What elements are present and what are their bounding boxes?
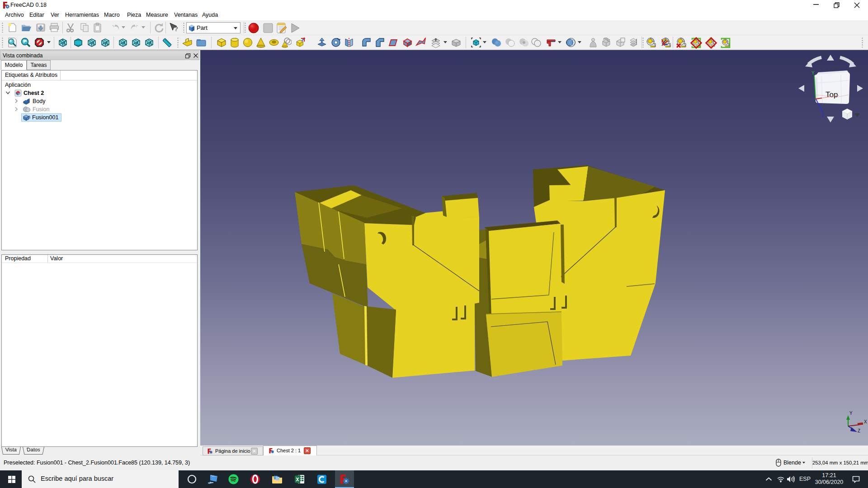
svg-text:X: X (864, 419, 867, 424)
svg-text:?: ? (174, 25, 178, 33)
svg-text:Y: Y (849, 411, 853, 416)
svg-text:Y: Y (811, 70, 815, 75)
svg-text:Top: Top (826, 90, 838, 99)
svg-text:Z: Z (858, 428, 860, 433)
svg-text:Z: Z (821, 113, 824, 118)
